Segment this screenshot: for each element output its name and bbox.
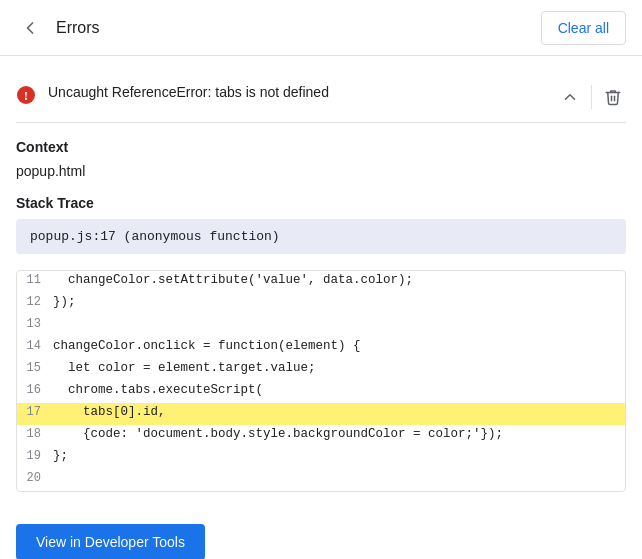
line-code: {code: 'document.body.style.backgroundCo… xyxy=(53,425,625,443)
line-number: 17 xyxy=(17,403,53,419)
line-code: let color = element.target.value; xyxy=(53,359,625,377)
line-code: chrome.tabs.executeScript( xyxy=(53,381,625,399)
line-number: 20 xyxy=(17,469,53,485)
vertical-divider xyxy=(591,85,592,109)
code-block: 11 changeColor.setAttribute('value', dat… xyxy=(16,270,626,492)
line-code xyxy=(53,315,625,319)
code-line: 12}); xyxy=(17,293,625,315)
line-number: 18 xyxy=(17,425,53,441)
error-icon: ! xyxy=(16,85,36,105)
header-left: Errors xyxy=(16,14,100,42)
line-number: 16 xyxy=(17,381,53,397)
line-code: changeColor.setAttribute('value', data.c… xyxy=(53,271,625,289)
footer: View in Developer Tools xyxy=(0,508,642,559)
error-message: Uncaught ReferenceError: tabs is not def… xyxy=(48,84,557,100)
stack-trace-section: Stack Trace popup.js:17 (anonymous funct… xyxy=(16,195,626,254)
line-number: 19 xyxy=(17,447,53,463)
code-line: 15 let color = element.target.value; xyxy=(17,359,625,381)
stack-trace-title: Stack Trace xyxy=(16,195,626,211)
code-line: 16 chrome.tabs.executeScript( xyxy=(17,381,625,403)
code-line: 20 xyxy=(17,469,625,491)
line-code: changeColor.onclick = function(element) … xyxy=(53,337,625,355)
line-number: 11 xyxy=(17,271,53,287)
stack-trace-entry: popup.js:17 (anonymous function) xyxy=(16,219,626,254)
page-title: Errors xyxy=(56,19,100,37)
clear-all-button[interactable]: Clear all xyxy=(541,11,626,45)
error-actions xyxy=(557,84,626,110)
code-line: 11 changeColor.setAttribute('value', dat… xyxy=(17,271,625,293)
context-section: Context popup.html xyxy=(16,139,626,179)
delete-button[interactable] xyxy=(600,84,626,110)
line-code: }); xyxy=(53,293,625,311)
context-file: popup.html xyxy=(16,163,626,179)
error-left: ! Uncaught ReferenceError: tabs is not d… xyxy=(16,84,557,105)
line-number: 13 xyxy=(17,315,53,331)
svg-text:!: ! xyxy=(24,88,28,103)
code-line: 17 tabs[0].id, xyxy=(17,403,625,425)
code-line: 19}; xyxy=(17,447,625,469)
line-code: }; xyxy=(53,447,625,465)
code-line: 14changeColor.onclick = function(element… xyxy=(17,337,625,359)
dev-tools-button[interactable]: View in Developer Tools xyxy=(16,524,205,559)
line-code: tabs[0].id, xyxy=(53,403,625,421)
main-content: ! Uncaught ReferenceError: tabs is not d… xyxy=(0,56,642,508)
line-number: 14 xyxy=(17,337,53,353)
error-item: ! Uncaught ReferenceError: tabs is not d… xyxy=(16,72,626,123)
line-number: 12 xyxy=(17,293,53,309)
code-lines: 11 changeColor.setAttribute('value', dat… xyxy=(17,271,625,491)
header: Errors Clear all xyxy=(0,0,642,56)
code-line: 18 {code: 'document.body.style.backgroun… xyxy=(17,425,625,447)
line-code xyxy=(53,469,625,473)
back-button[interactable] xyxy=(16,14,44,42)
code-scroll[interactable]: 11 changeColor.setAttribute('value', dat… xyxy=(17,271,625,491)
line-number: 15 xyxy=(17,359,53,375)
context-title: Context xyxy=(16,139,626,155)
collapse-button[interactable] xyxy=(557,84,583,110)
code-line: 13 xyxy=(17,315,625,337)
